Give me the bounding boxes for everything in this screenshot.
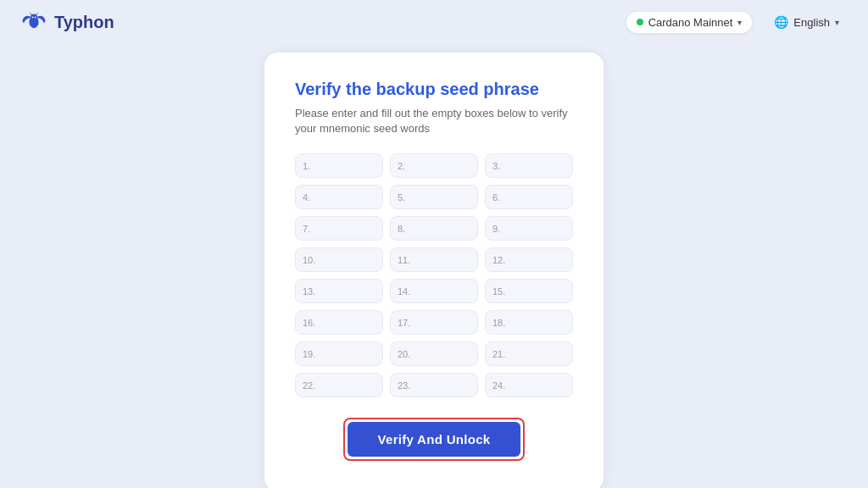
seed-field-wrapper-5: 5. bbox=[390, 185, 478, 209]
seed-field-wrapper-2: 2. bbox=[390, 153, 478, 178]
seed-field-wrapper-4: 4. bbox=[295, 185, 383, 209]
main-card: Verify the backup seed phrase Please ent… bbox=[264, 53, 604, 488]
seed-field-wrapper-15: 15. bbox=[485, 279, 573, 303]
card-title: Verify the backup seed phrase bbox=[295, 80, 573, 99]
seed-number-10: 10. bbox=[303, 255, 316, 265]
seed-number-17: 17. bbox=[398, 318, 411, 328]
seed-field-wrapper-14: 14. bbox=[390, 279, 478, 303]
seed-input-22[interactable] bbox=[320, 379, 376, 391]
seed-number-15: 15. bbox=[492, 286, 506, 297]
seed-input-3[interactable] bbox=[509, 159, 565, 172]
seed-number-3: 3. bbox=[492, 161, 506, 171]
seed-field-wrapper-20: 20. bbox=[390, 341, 478, 366]
seed-field-wrapper-21: 21. bbox=[485, 341, 573, 366]
logo-text: Typhon bbox=[54, 13, 114, 32]
seed-number-7: 7. bbox=[303, 224, 316, 234]
seed-input-4[interactable] bbox=[320, 191, 376, 203]
seed-input-16[interactable] bbox=[320, 316, 376, 329]
seed-number-24: 24. bbox=[492, 380, 506, 391]
seed-input-21[interactable] bbox=[509, 347, 565, 360]
network-chevron-icon: ▾ bbox=[737, 18, 742, 27]
seed-input-13[interactable] bbox=[320, 285, 376, 297]
seed-input-8[interactable] bbox=[415, 222, 470, 235]
seed-field-wrapper-16: 16. bbox=[295, 310, 383, 335]
seed-field-wrapper-24: 24. bbox=[485, 373, 573, 397]
seed-field-wrapper-7: 7. bbox=[295, 216, 383, 241]
seed-number-8: 8. bbox=[398, 224, 411, 234]
card-subtitle: Please enter and fill out the empty boxe… bbox=[295, 106, 573, 136]
seed-field-wrapper-11: 11. bbox=[390, 247, 478, 272]
logo-area: Typhon bbox=[20, 8, 114, 36]
seed-input-7[interactable] bbox=[320, 222, 376, 235]
seed-number-19: 19. bbox=[303, 349, 316, 359]
seed-number-16: 16. bbox=[303, 318, 316, 328]
seed-field-wrapper-19: 19. bbox=[295, 341, 383, 366]
card-container: Verify the backup seed phrase Please ent… bbox=[0, 44, 868, 488]
network-selector[interactable]: Cardano Mainnet ▾ bbox=[626, 12, 753, 33]
seed-input-17[interactable] bbox=[415, 316, 470, 329]
seed-number-14: 14. bbox=[398, 286, 411, 297]
verify-and-unlock-button[interactable]: Verify And Unlock bbox=[348, 422, 521, 457]
seed-field-wrapper-8: 8. bbox=[390, 216, 478, 241]
network-label: Cardano Mainnet bbox=[648, 16, 733, 29]
seed-input-10[interactable] bbox=[320, 253, 376, 266]
seed-number-22: 22. bbox=[303, 380, 316, 391]
seed-field-wrapper-3: 3. bbox=[485, 153, 573, 178]
verify-button-wrapper: Verify And Unlock bbox=[295, 418, 573, 461]
seed-input-14[interactable] bbox=[415, 285, 470, 297]
seed-number-1: 1. bbox=[303, 161, 316, 171]
seed-field-wrapper-9: 9. bbox=[485, 216, 573, 241]
seed-number-23: 23. bbox=[398, 380, 411, 391]
seed-number-21: 21. bbox=[492, 349, 506, 359]
seed-phrase-grid: 1.2.3.4.5.6.7.8.9.10.11.12.13.14.15.16.1… bbox=[295, 153, 573, 397]
language-chevron-icon: ▾ bbox=[835, 18, 839, 27]
seed-field-wrapper-10: 10. bbox=[295, 247, 383, 272]
seed-number-18: 18. bbox=[492, 318, 506, 328]
globe-icon: 🌐 bbox=[774, 15, 788, 29]
language-selector[interactable]: 🌐 English ▾ bbox=[765, 11, 848, 33]
seed-field-wrapper-23: 23. bbox=[390, 373, 478, 397]
seed-input-15[interactable] bbox=[509, 285, 565, 297]
seed-input-2[interactable] bbox=[415, 159, 470, 172]
seed-input-6[interactable] bbox=[509, 191, 565, 203]
seed-number-6: 6. bbox=[492, 192, 506, 202]
seed-input-11[interactable] bbox=[415, 253, 470, 266]
seed-input-24[interactable] bbox=[509, 379, 565, 391]
seed-input-9[interactable] bbox=[509, 222, 565, 235]
seed-number-9: 9. bbox=[492, 224, 506, 234]
seed-field-wrapper-22: 22. bbox=[295, 373, 383, 397]
seed-number-2: 2. bbox=[398, 161, 411, 171]
seed-field-wrapper-1: 1. bbox=[295, 153, 383, 178]
network-status-dot bbox=[637, 19, 643, 25]
seed-number-12: 12. bbox=[492, 255, 506, 265]
seed-field-wrapper-6: 6. bbox=[485, 185, 573, 209]
seed-input-18[interactable] bbox=[509, 316, 565, 329]
header: Typhon Cardano Mainnet ▾ 🌐 English ▾ bbox=[0, 0, 868, 44]
seed-input-20[interactable] bbox=[415, 347, 470, 360]
header-right: Cardano Mainnet ▾ 🌐 English ▾ bbox=[626, 11, 848, 33]
svg-point-3 bbox=[31, 16, 33, 18]
seed-input-19[interactable] bbox=[320, 347, 376, 360]
seed-number-4: 4. bbox=[303, 192, 316, 202]
seed-field-wrapper-17: 17. bbox=[390, 310, 478, 335]
seed-field-wrapper-12: 12. bbox=[485, 247, 573, 272]
seed-number-5: 5. bbox=[398, 192, 411, 202]
typhon-logo-icon bbox=[20, 8, 47, 36]
seed-number-13: 13. bbox=[303, 286, 316, 297]
seed-input-23[interactable] bbox=[415, 379, 470, 391]
seed-field-wrapper-18: 18. bbox=[485, 310, 573, 335]
svg-point-4 bbox=[35, 16, 36, 18]
seed-input-1[interactable] bbox=[320, 159, 376, 172]
seed-number-11: 11. bbox=[398, 255, 411, 265]
verify-button-outline: Verify And Unlock bbox=[343, 418, 526, 461]
seed-number-20: 20. bbox=[398, 349, 411, 359]
seed-input-5[interactable] bbox=[415, 191, 470, 203]
seed-input-12[interactable] bbox=[509, 253, 565, 266]
language-label: English bbox=[793, 16, 830, 29]
seed-field-wrapper-13: 13. bbox=[295, 279, 383, 303]
